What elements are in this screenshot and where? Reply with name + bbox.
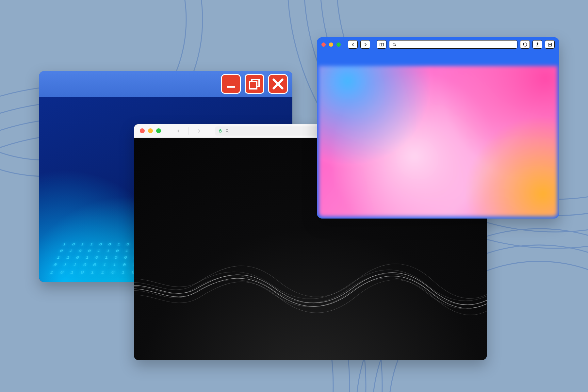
- traffic-minimize[interactable]: [148, 128, 153, 133]
- traffic-lights: [140, 128, 161, 133]
- sidebar-toggle-button[interactable]: [377, 40, 386, 49]
- traffic-lights: [321, 42, 341, 47]
- arrow-right-icon: [195, 128, 201, 134]
- wave-mesh: [134, 236, 487, 342]
- traffic-minimize[interactable]: [329, 42, 333, 47]
- share-button[interactable]: [532, 40, 542, 49]
- svg-point-17: [226, 130, 228, 132]
- sidebar-toggle-icon: [379, 42, 384, 47]
- close-button[interactable]: [268, 74, 288, 94]
- minimize-icon: [225, 77, 237, 90]
- maximize-button[interactable]: [245, 74, 264, 94]
- share-icon: [535, 42, 540, 47]
- search-icon: [225, 129, 229, 133]
- maximize-restore-icon: [248, 77, 261, 90]
- nav-forward-button[interactable]: [193, 126, 203, 136]
- svg-point-20: [393, 43, 395, 45]
- shield-icon: [523, 42, 528, 47]
- svg-rect-16: [219, 131, 221, 132]
- nav-forward-button[interactable]: [360, 40, 370, 49]
- traffic-close[interactable]: [321, 42, 326, 47]
- nav-back-button[interactable]: [348, 40, 358, 49]
- shield-button[interactable]: [520, 40, 530, 49]
- search-icon: [392, 42, 397, 47]
- lock-icon: [218, 129, 222, 133]
- arrow-left-icon: [176, 128, 182, 134]
- chevron-left-icon: [351, 42, 355, 47]
- new-tab-button[interactable]: [545, 40, 555, 49]
- browser-toolbar: [317, 37, 559, 52]
- titlebar[interactable]: [39, 71, 292, 97]
- traffic-fullscreen[interactable]: [156, 128, 161, 133]
- svg-rect-15: [250, 82, 257, 89]
- address-bar[interactable]: [389, 40, 517, 49]
- minimize-button[interactable]: [221, 74, 241, 94]
- chevron-right-icon: [363, 42, 368, 47]
- traffic-fullscreen[interactable]: [336, 42, 341, 47]
- new-tab-icon: [547, 42, 552, 47]
- nav-back-button[interactable]: [175, 126, 184, 136]
- window-content-wrap: [317, 52, 559, 219]
- svg-rect-18: [380, 43, 383, 46]
- toolbar-divider: [188, 127, 189, 135]
- illustration-canvas: 1 0 1 1 0 0 1 0 1 1 0 1 0 0 1 1 0 1 0 1 …: [0, 0, 588, 392]
- window-content-gradient: [319, 66, 557, 217]
- traffic-close[interactable]: [140, 128, 145, 133]
- close-icon: [271, 77, 285, 90]
- window-browser-light: [317, 37, 559, 219]
